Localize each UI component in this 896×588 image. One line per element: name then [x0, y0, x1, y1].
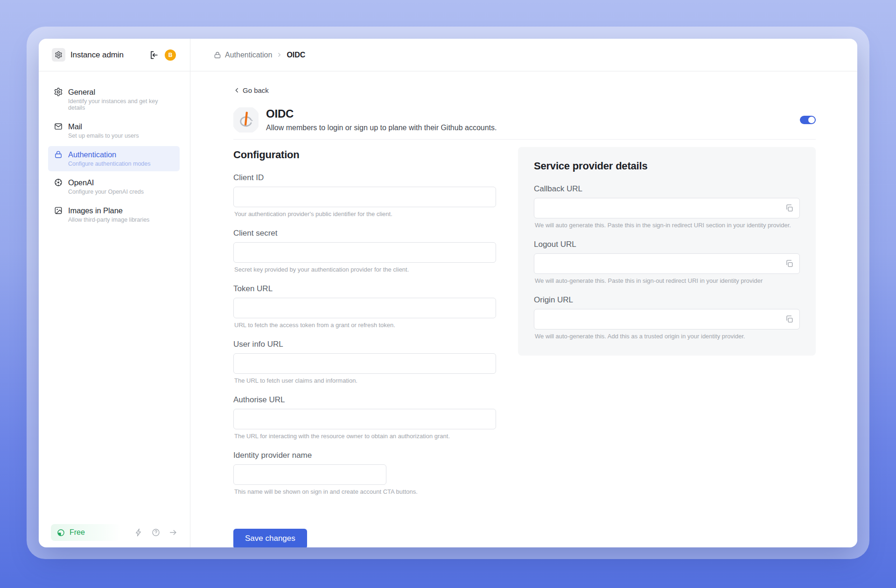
user-avatar[interactable]: B — [165, 49, 176, 61]
arrow-right-icon[interactable] — [168, 528, 178, 537]
sidebar-item-images-in-plane[interactable]: Images in Plane Allow third-party image … — [48, 202, 180, 227]
field-label: Origin URL — [534, 295, 800, 305]
field-token-url: Token URL URL to fetch the access token … — [233, 284, 496, 329]
service-provider-heading: Service provider details — [534, 160, 800, 172]
image-icon — [54, 206, 63, 215]
sidebar-header: Instance admin B — [39, 39, 190, 71]
provider-description: Allow members to login or sign up to pla… — [266, 124, 497, 132]
go-back-button[interactable]: Go back — [233, 86, 269, 94]
authorise-url-input[interactable] — [233, 409, 496, 429]
field-client-id: Client ID Your authentication provider's… — [233, 173, 496, 217]
field-origin-url: Origin URL We will auto-generate this. A… — [534, 295, 800, 340]
sidebar-item-label: OpenAI — [68, 178, 94, 187]
go-back-label: Go back — [243, 86, 269, 94]
instance-gear-icon — [52, 48, 65, 62]
sidebar-item-label: Images in Plane — [68, 206, 123, 215]
token-url-input[interactable] — [233, 298, 496, 318]
field-label: Authorise URL — [233, 395, 496, 405]
chevron-left-icon — [233, 87, 240, 94]
sidebar-item-openai[interactable]: OpenAI Configure your OpenAI creds — [48, 174, 180, 199]
sidebar-item-general[interactable]: General Identify your instances and get … — [48, 84, 180, 115]
configuration-heading: Configuration — [233, 149, 496, 161]
client-secret-input[interactable] — [233, 242, 496, 263]
field-help: The URL to fetch user claims and informa… — [233, 377, 496, 384]
gear-icon — [54, 87, 63, 97]
copy-icon[interactable] — [785, 315, 794, 324]
breadcrumb-section[interactable]: Authentication — [225, 51, 272, 59]
sidebar-item-label: Authentication — [68, 150, 116, 159]
field-label: Client secret — [233, 229, 496, 238]
field-help: We will auto-generate this. Add this as … — [534, 333, 800, 340]
plan-badge: Free — [51, 524, 121, 541]
field-logout-url: Logout URL We will auto-generate this. P… — [534, 240, 800, 284]
callback-url-input[interactable] — [534, 198, 800, 218]
sidebar-footer: Free — [51, 524, 178, 541]
user-info-url-input[interactable] — [233, 353, 496, 374]
pie-chart-icon — [56, 528, 65, 537]
sidebar: General Identify your instances and get … — [39, 71, 190, 547]
field-identity-provider-name: Identity provider name This name will be… — [233, 451, 496, 495]
sidebar-item-description: Configure authentication modes — [68, 161, 174, 167]
sidebar-item-authentication[interactable]: Authentication Configure authentication … — [48, 146, 180, 171]
identity-provider-name-input[interactable] — [233, 464, 386, 485]
field-label: User info URL — [233, 340, 496, 349]
lightning-icon[interactable] — [134, 528, 143, 537]
field-client-secret: Client secret Secret key provided by you… — [233, 229, 496, 273]
field-user-info-url: User info URL The URL to fetch user clai… — [233, 340, 496, 384]
sidebar-item-mail[interactable]: Mail Set up emails to your users — [48, 118, 180, 143]
field-label: Client ID — [233, 173, 496, 182]
origin-url-input[interactable] — [534, 309, 800, 329]
field-label: Token URL — [233, 284, 496, 294]
service-provider-panel: Service provider details Callback URL We — [518, 147, 816, 356]
save-changes-button[interactable]: Save changes — [233, 529, 307, 547]
help-icon[interactable] — [151, 528, 161, 537]
chevron-right-icon — [276, 52, 282, 58]
field-help: We will auto-generate this. Paste this i… — [534, 277, 800, 284]
field-help: Your authentication provider's public id… — [233, 210, 496, 217]
field-label: Callback URL — [534, 184, 800, 194]
app-title: Instance admin — [70, 50, 124, 60]
openai-icon — [54, 178, 63, 187]
instance-admin-window: Instance admin B Authentication OI — [39, 39, 857, 547]
field-callback-url: Callback URL We will auto generate this.… — [534, 184, 800, 229]
oidc-logo-icon — [233, 107, 259, 133]
logout-url-input[interactable] — [534, 253, 800, 274]
sidebar-item-description: Set up emails to your users — [68, 133, 174, 139]
field-label: Logout URL — [534, 240, 800, 249]
provider-header: OIDC Allow members to login or sign up t… — [233, 107, 816, 140]
breadcrumb: Authentication OIDC — [190, 39, 857, 71]
sidebar-item-label: Mail — [68, 122, 82, 131]
field-authorise-url: Authorise URL The URL for interacting wi… — [233, 395, 496, 440]
field-help: Secret key provided by your authenticati… — [233, 266, 496, 273]
main-content: Go back OIDC Allow members to login or s… — [190, 71, 857, 547]
copy-icon[interactable] — [785, 259, 794, 268]
plan-badge-label: Free — [70, 528, 85, 537]
field-help: URL to fetch the access token from a gra… — [233, 322, 496, 329]
sidebar-item-description: Allow third-party image libraries — [68, 217, 174, 223]
exit-admin-icon[interactable] — [148, 50, 159, 60]
client-id-input[interactable] — [233, 187, 496, 207]
field-help: This name will be shown on sign in and c… — [233, 488, 496, 495]
copy-icon[interactable] — [785, 204, 794, 213]
field-help: We will auto generate this. Paste this i… — [534, 222, 800, 229]
lock-icon — [213, 51, 222, 59]
mail-icon — [54, 122, 63, 131]
breadcrumb-current: OIDC — [287, 51, 305, 59]
provider-enabled-toggle[interactable] — [800, 116, 816, 124]
configuration-section: Configuration Client ID Your authenticat… — [233, 147, 496, 547]
sidebar-item-description: Identify your instances and get key deta… — [68, 98, 174, 111]
provider-title: OIDC — [266, 107, 497, 120]
field-label: Identity provider name — [233, 451, 496, 460]
lock-icon — [54, 150, 63, 159]
field-help: The URL for interacting with the resourc… — [233, 433, 496, 440]
sidebar-item-description: Configure your OpenAI creds — [68, 189, 174, 195]
app-header: Instance admin B Authentication OI — [39, 39, 857, 71]
sidebar-item-label: General — [68, 88, 95, 97]
